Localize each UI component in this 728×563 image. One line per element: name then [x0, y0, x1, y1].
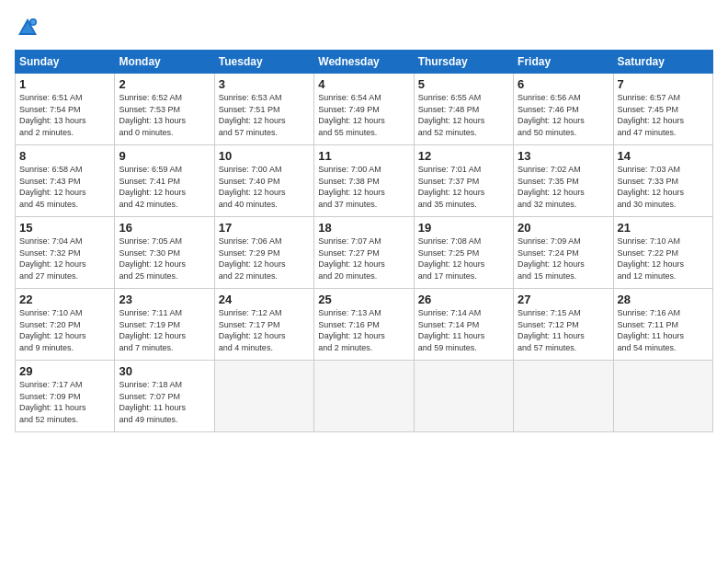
day-info: Sunrise: 6:56 AMSunset: 7:46 PMDaylight:…: [518, 92, 609, 138]
calendar-week-row: 29Sunrise: 7:17 AMSunset: 7:09 PMDayligh…: [16, 361, 713, 432]
day-info: Sunrise: 6:53 AMSunset: 7:51 PMDaylight:…: [219, 92, 310, 138]
calendar-week-row: 1Sunrise: 6:51 AMSunset: 7:54 PMDaylight…: [16, 74, 713, 145]
day-number: 26: [418, 293, 509, 306]
day-number: 19: [418, 221, 509, 235]
day-number: 11: [318, 149, 409, 163]
day-info: Sunrise: 6:54 AMSunset: 7:49 PMDaylight:…: [318, 92, 409, 138]
day-number: 9: [119, 149, 210, 163]
day-number: 29: [19, 364, 110, 378]
day-number: 21: [618, 221, 709, 235]
calendar-day-cell: 29Sunrise: 7:17 AMSunset: 7:09 PMDayligh…: [16, 361, 115, 432]
day-info: Sunrise: 7:15 AMSunset: 7:12 PMDaylight:…: [518, 307, 609, 353]
calendar-week-row: 15Sunrise: 7:04 AMSunset: 7:32 PMDayligh…: [16, 217, 713, 289]
calendar-day-cell: 13Sunrise: 7:02 AMSunset: 7:35 PMDayligh…: [514, 145, 613, 217]
day-number: 15: [19, 221, 110, 235]
day-number: 14: [618, 149, 709, 163]
day-info: Sunrise: 6:59 AMSunset: 7:41 PMDaylight:…: [119, 164, 210, 210]
calendar-day-cell: [214, 361, 313, 432]
calendar-day-cell: 20Sunrise: 7:09 AMSunset: 7:24 PMDayligh…: [514, 217, 613, 289]
day-info: Sunrise: 6:55 AMSunset: 7:48 PMDaylight:…: [418, 92, 509, 138]
day-info: Sunrise: 7:03 AMSunset: 7:33 PMDaylight:…: [618, 164, 709, 210]
day-number: 22: [19, 293, 110, 306]
calendar-day-cell: 23Sunrise: 7:11 AMSunset: 7:19 PMDayligh…: [115, 289, 214, 361]
day-info: Sunrise: 6:51 AMSunset: 7:54 PMDaylight:…: [19, 92, 110, 138]
weekday-header-monday: Monday: [115, 51, 214, 74]
day-info: Sunrise: 7:11 AMSunset: 7:19 PMDaylight:…: [119, 307, 210, 353]
weekday-header-row: SundayMondayTuesdayWednesdayThursdayFrid…: [16, 51, 713, 74]
day-info: Sunrise: 6:57 AMSunset: 7:45 PMDaylight:…: [618, 92, 709, 138]
day-number: 7: [618, 77, 709, 91]
day-info: Sunrise: 7:00 AMSunset: 7:40 PMDaylight:…: [219, 164, 310, 210]
calendar-day-cell: 19Sunrise: 7:08 AMSunset: 7:25 PMDayligh…: [414, 217, 513, 289]
day-number: 18: [318, 221, 409, 235]
logo-icon: [15, 15, 40, 40]
calendar-day-cell: 5Sunrise: 6:55 AMSunset: 7:48 PMDaylight…: [414, 74, 513, 145]
calendar-table: SundayMondayTuesdayWednesdayThursdayFrid…: [15, 50, 713, 432]
calendar-day-cell: 30Sunrise: 7:18 AMSunset: 7:07 PMDayligh…: [115, 361, 214, 432]
calendar-week-row: 8Sunrise: 6:58 AMSunset: 7:43 PMDaylight…: [16, 145, 713, 217]
calendar-day-cell: [514, 361, 613, 432]
calendar-day-cell: [414, 361, 513, 432]
calendar-day-cell: 17Sunrise: 7:06 AMSunset: 7:29 PMDayligh…: [214, 217, 313, 289]
day-info: Sunrise: 7:09 AMSunset: 7:24 PMDaylight:…: [518, 236, 609, 282]
day-info: Sunrise: 7:16 AMSunset: 7:11 PMDaylight:…: [618, 307, 709, 353]
day-number: 27: [518, 293, 609, 306]
day-info: Sunrise: 6:52 AMSunset: 7:53 PMDaylight:…: [119, 92, 210, 138]
day-info: Sunrise: 7:01 AMSunset: 7:37 PMDaylight:…: [418, 164, 509, 210]
calendar-day-cell: 22Sunrise: 7:10 AMSunset: 7:20 PMDayligh…: [16, 289, 115, 361]
day-number: 24: [219, 293, 310, 306]
day-info: Sunrise: 7:00 AMSunset: 7:38 PMDaylight:…: [318, 164, 409, 210]
calendar-day-cell: 12Sunrise: 7:01 AMSunset: 7:37 PMDayligh…: [414, 145, 513, 217]
calendar-day-cell: 25Sunrise: 7:13 AMSunset: 7:16 PMDayligh…: [314, 289, 414, 361]
svg-point-3: [31, 20, 36, 25]
calendar-day-cell: 28Sunrise: 7:16 AMSunset: 7:11 PMDayligh…: [613, 289, 712, 361]
calendar-day-cell: 1Sunrise: 6:51 AMSunset: 7:54 PMDaylight…: [16, 74, 115, 145]
day-number: 30: [119, 364, 210, 378]
day-number: 4: [318, 77, 409, 91]
day-info: Sunrise: 7:02 AMSunset: 7:35 PMDaylight:…: [518, 164, 609, 210]
calendar-day-cell: 6Sunrise: 6:56 AMSunset: 7:46 PMDaylight…: [514, 74, 613, 145]
weekday-header-friday: Friday: [514, 51, 613, 74]
day-number: 5: [418, 77, 509, 91]
day-info: Sunrise: 7:08 AMSunset: 7:25 PMDaylight:…: [418, 236, 509, 282]
day-info: Sunrise: 7:05 AMSunset: 7:30 PMDaylight:…: [119, 236, 210, 282]
calendar-day-cell: 9Sunrise: 6:59 AMSunset: 7:41 PMDaylight…: [115, 145, 214, 217]
calendar-day-cell: 4Sunrise: 6:54 AMSunset: 7:49 PMDaylight…: [314, 74, 414, 145]
calendar-day-cell: 18Sunrise: 7:07 AMSunset: 7:27 PMDayligh…: [314, 217, 414, 289]
calendar-day-cell: 2Sunrise: 6:52 AMSunset: 7:53 PMDaylight…: [115, 74, 214, 145]
day-number: 13: [518, 149, 609, 163]
calendar-day-cell: 10Sunrise: 7:00 AMSunset: 7:40 PMDayligh…: [214, 145, 313, 217]
day-info: Sunrise: 7:14 AMSunset: 7:14 PMDaylight:…: [418, 307, 509, 353]
day-info: Sunrise: 7:12 AMSunset: 7:17 PMDaylight:…: [219, 307, 310, 353]
calendar-day-cell: 24Sunrise: 7:12 AMSunset: 7:17 PMDayligh…: [214, 289, 313, 361]
day-info: Sunrise: 7:17 AMSunset: 7:09 PMDaylight:…: [19, 379, 110, 425]
day-info: Sunrise: 7:10 AMSunset: 7:20 PMDaylight:…: [19, 307, 110, 353]
logo: [15, 15, 44, 40]
calendar-day-cell: 8Sunrise: 6:58 AMSunset: 7:43 PMDaylight…: [16, 145, 115, 217]
calendar-day-cell: 14Sunrise: 7:03 AMSunset: 7:33 PMDayligh…: [613, 145, 712, 217]
calendar-day-cell: 3Sunrise: 6:53 AMSunset: 7:51 PMDaylight…: [214, 74, 313, 145]
day-number: 2: [119, 77, 210, 91]
day-number: 1: [19, 77, 110, 91]
day-info: Sunrise: 7:18 AMSunset: 7:07 PMDaylight:…: [119, 379, 210, 425]
day-info: Sunrise: 7:06 AMSunset: 7:29 PMDaylight:…: [219, 236, 310, 282]
day-number: 12: [418, 149, 509, 163]
day-number: 6: [518, 77, 609, 91]
day-info: Sunrise: 7:10 AMSunset: 7:22 PMDaylight:…: [618, 236, 709, 282]
calendar-day-cell: [613, 361, 712, 432]
day-number: 25: [318, 293, 409, 306]
calendar-week-row: 22Sunrise: 7:10 AMSunset: 7:20 PMDayligh…: [16, 289, 713, 361]
day-info: Sunrise: 7:13 AMSunset: 7:16 PMDaylight:…: [318, 307, 409, 353]
weekday-header-tuesday: Tuesday: [214, 51, 313, 74]
weekday-header-thursday: Thursday: [414, 51, 513, 74]
weekday-header-wednesday: Wednesday: [314, 51, 414, 74]
day-number: 3: [219, 77, 310, 91]
day-number: 23: [119, 293, 210, 306]
calendar-day-cell: [314, 361, 414, 432]
calendar-day-cell: 27Sunrise: 7:15 AMSunset: 7:12 PMDayligh…: [514, 289, 613, 361]
calendar-day-cell: 11Sunrise: 7:00 AMSunset: 7:38 PMDayligh…: [314, 145, 414, 217]
page-header: [15, 15, 713, 40]
calendar-day-cell: 7Sunrise: 6:57 AMSunset: 7:45 PMDaylight…: [613, 74, 712, 145]
day-number: 28: [618, 293, 709, 306]
day-number: 17: [219, 221, 310, 235]
